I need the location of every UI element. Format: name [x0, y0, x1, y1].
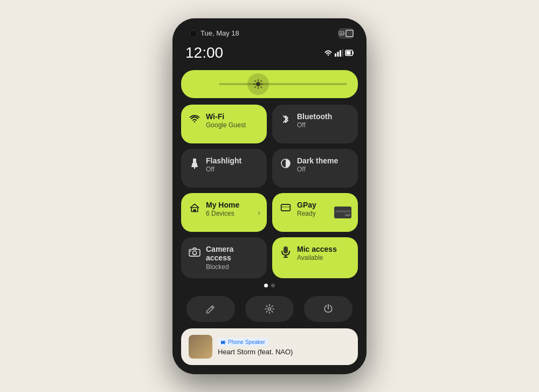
camera-access-icon — [189, 246, 201, 258]
dark-theme-icon — [280, 157, 292, 169]
phone-wrapper: Tue, May 18 12:00 — [172, 18, 367, 374]
svg-rect-7 — [342, 49, 344, 57]
mic-access-sublabel: Available — [297, 254, 337, 262]
battery-icon — [345, 49, 354, 57]
bluetooth-sublabel: Off — [297, 121, 332, 129]
bluetooth-text: Bluetooth Off — [297, 112, 332, 129]
wifi-text: Wi-Fi Google Guest — [206, 112, 246, 129]
brightness-row — [172, 70, 367, 105]
gpay-label: GPay — [297, 201, 316, 210]
wifi-icon — [189, 113, 201, 125]
svg-rect-5 — [337, 52, 339, 57]
gpay-text: GPay Ready — [297, 201, 316, 218]
brightness-slider[interactable] — [181, 70, 358, 98]
mic-access-label: Mic access — [297, 245, 337, 254]
mic-access-text: Mic access Available — [297, 245, 337, 262]
settings-icon — [264, 304, 275, 314]
dark-theme-label: Dark theme — [297, 156, 338, 166]
dark-theme-sublabel: Off — [297, 166, 338, 173]
svg-point-32 — [192, 251, 196, 255]
flashlight-text: Flashlight Off — [206, 156, 241, 174]
svg-line-16 — [255, 80, 256, 81]
screen: Tue, May 18 12:00 — [172, 18, 367, 374]
speaker-label: Phone Speaker — [228, 339, 265, 345]
camera-hole — [190, 30, 197, 38]
dark-theme-text: Dark theme Off — [297, 156, 338, 174]
dots-row — [172, 278, 367, 292]
phone-body: Tue, May 18 12:00 — [172, 18, 367, 374]
camera-access-sublabel: Blocked — [206, 263, 259, 271]
camera-access-label: Camera access — [206, 245, 259, 263]
svg-line-18 — [261, 80, 262, 81]
tile-wifi[interactable]: Wi-Fi Google Guest — [181, 105, 267, 143]
gpay-card-icon — [334, 207, 351, 218]
home-icon — [189, 202, 201, 214]
svg-rect-4 — [335, 53, 336, 57]
bottom-buttons — [172, 292, 367, 328]
svg-rect-9 — [353, 51, 354, 54]
tile-my-home[interactable]: My Home 6 Devices › — [181, 193, 267, 232]
tile-flashlight[interactable]: Flashlight Off — [181, 149, 267, 188]
gpay-sublabel: Ready — [297, 210, 316, 217]
my-home-sublabel: 6 Devices — [206, 210, 239, 217]
mic-access-icon — [280, 246, 292, 258]
signal-bars-icon — [335, 49, 343, 57]
my-home-text: My Home 6 Devices — [206, 201, 239, 218]
svg-point-38 — [268, 308, 271, 311]
status-date: Tue, May 18 — [201, 29, 239, 37]
power-icon — [323, 304, 334, 314]
svg-marker-40 — [223, 340, 225, 345]
flashlight-sublabel: Off — [206, 166, 241, 173]
tile-gpay[interactable]: GPay Ready — [272, 193, 358, 232]
status-bar: Tue, May 18 — [172, 18, 367, 43]
settings-button[interactable] — [245, 296, 294, 322]
svg-rect-29 — [335, 210, 350, 212]
dot-1 — [264, 284, 268, 287]
brightness-track — [219, 83, 347, 85]
flashlight-icon — [189, 157, 201, 169]
dot-2 — [271, 284, 275, 287]
tile-camera-access[interactable]: Camera access Blocked — [181, 237, 267, 279]
wifi-label: Wi-Fi — [206, 112, 246, 121]
svg-rect-10 — [347, 51, 351, 54]
svg-rect-30 — [345, 214, 350, 216]
music-info: Phone Speaker Heart Storm (feat. NAO) — [218, 338, 350, 356]
svg-line-19 — [255, 86, 256, 87]
power-button[interactable] — [304, 296, 353, 322]
svg-line-37 — [211, 307, 212, 308]
bluetooth-label: Bluetooth — [297, 112, 332, 121]
bluetooth-icon — [280, 113, 292, 125]
screen-record-icon — [338, 28, 354, 39]
svg-marker-21 — [191, 163, 198, 167]
status-icons — [338, 28, 354, 39]
tile-mic-access[interactable]: Mic access Available — [272, 237, 358, 279]
edit-icon — [205, 304, 216, 314]
wifi-sublabel: Google Guest — [206, 121, 246, 129]
music-thumbnail — [189, 335, 212, 359]
gpay-icon — [280, 202, 292, 214]
my-home-chevron: › — [258, 208, 260, 217]
edit-button[interactable] — [186, 296, 235, 322]
tile-dark-theme[interactable]: Dark theme Off — [272, 149, 358, 188]
svg-rect-39 — [221, 341, 223, 344]
wifi-status-icon — [323, 49, 333, 57]
tile-bluetooth[interactable]: Bluetooth Off — [272, 105, 358, 143]
camera-access-text: Camera access Blocked — [206, 245, 259, 271]
svg-rect-25 — [194, 209, 196, 211]
time-display: 12:00 — [185, 44, 223, 61]
music-card[interactable]: Phone Speaker Heart Storm (feat. NAO) — [181, 328, 358, 365]
svg-marker-1 — [344, 32, 345, 34]
music-speaker-badge: Phone Speaker — [218, 338, 268, 346]
tiles-grid: Wi-Fi Google Guest Bluetooth Off — [172, 105, 367, 279]
time-row: 12:00 — [172, 43, 367, 70]
svg-line-17 — [261, 86, 262, 87]
signal-icons — [323, 49, 354, 57]
svg-rect-6 — [340, 50, 341, 57]
speaker-icon — [221, 340, 226, 345]
flashlight-label: Flashlight — [206, 156, 241, 166]
my-home-label: My Home — [206, 201, 239, 210]
svg-rect-20 — [193, 159, 196, 163]
svg-rect-34 — [284, 246, 288, 253]
svg-rect-27 — [281, 206, 291, 208]
music-title: Heart Storm (feat. NAO) — [218, 348, 350, 356]
